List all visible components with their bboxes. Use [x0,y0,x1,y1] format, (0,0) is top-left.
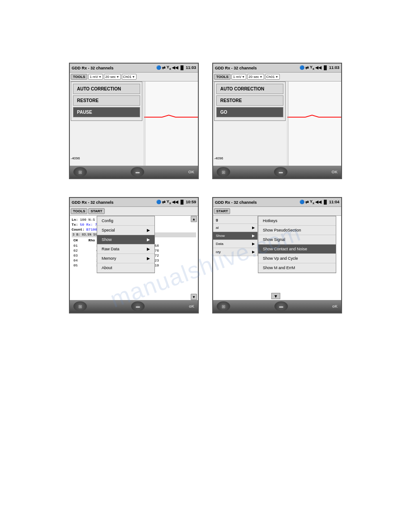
svg-line-1 [162,115,169,117]
status-right-tl: 🔵 ⇄ Yx ◀◀ ▐▌ 11:03 [156,65,196,71]
start-btn-br[interactable]: START [214,208,230,214]
show-contact-noise-item[interactable]: Show Contact and Noise [258,245,336,254]
mv-dropdown-tl[interactable]: 1 mV ▼ [88,74,103,80]
config-dropdown-bl: Config Special ▶ Show ▶ Raw Data ▶ Memo [97,216,155,273]
svg-line-6 [305,115,312,117]
toolbar-tr: TOOLS 1 mV ▼ 20 sec ▼ Ch01 ▼ [213,73,341,82]
raw-data-menu-item[interactable]: Raw Data ▶ [97,245,154,254]
bottom-bar-br: ⊞ ▬ oK [213,300,341,313]
ch-arrow-tr: ▼ [275,75,278,78]
ch-dropdown-tl[interactable]: Ch01 ▼ [122,74,137,80]
tools-btn-tl[interactable]: TOOLS [71,74,87,80]
battery-icon-bl: ▐▌ [179,200,185,204]
go-btn-tr[interactable]: GO [216,107,283,117]
status-bar-br: GDD Rx - 32 channels 🔵 ⇄ Yx ◀◀ ▐▌ 11:04 [213,198,341,207]
toolbar-tl: TOOLS 1 mV ▼ 20 sec ▼ Ch01 ▼ [70,73,198,82]
ch-dropdown-tr[interactable]: Ch01 ▼ [265,74,280,80]
sec-dropdown-tr[interactable]: 20 sec ▼ [247,74,264,80]
bg-menu-label-br: g [213,216,257,224]
ch-header-bl: CH [73,238,78,242]
about-menu-item[interactable]: About [97,263,154,273]
start-btn-bl[interactable]: START [88,208,104,214]
status-bar-tr: GDD Rx - 32 channels 🔵 ⇄ Yx ◀◀ ▐▌ 11:03 [213,64,341,73]
tools-btn-tr[interactable]: TOOLS [214,74,231,80]
ok-btn-bl[interactable]: oK [189,304,194,309]
show-menu-item[interactable]: Show ▶ [97,235,154,245]
bg-ory-br: ory▶ [213,248,257,256]
scroll-down-bl[interactable]: ▼ [191,294,197,300]
windows-btn-tl[interactable]: ⊞ [73,167,87,177]
ok-btn-br[interactable]: oK [332,304,338,309]
windows-btn-tr[interactable]: ⊞ [217,167,230,177]
ok-btn-tl[interactable]: OK [188,170,195,174]
signal-icon: Yx [167,65,171,71]
content-tr: AUTO CORRECTION RESTORE GO O- [213,82,341,166]
show-signal-item[interactable]: Show Signal [258,235,336,245]
signal-icon-br: Yx [310,199,314,205]
mv-dropdown-tr[interactable]: 1 mV ▼ [231,74,246,80]
auto-correction-btn-tr[interactable]: AUTO CORRECTION [216,84,283,94]
vol-icon-bl: ◀◀ [172,200,178,204]
sec-arrow-tl: ▼ [116,75,120,78]
pause-btn-tl[interactable]: PAUSE [73,107,140,117]
menu-icon-tl: ▬ [136,170,140,174]
time-tr: 11:03 [329,65,339,70]
top-left-device: GDD Rx - 32 channels 🔵 ⇄ Yx ◀◀ ▐▌ 11:03 … [69,63,199,179]
show-vp-cycle-item[interactable]: Show Vp and Cycle [258,254,336,263]
menu-icon-bl: ▬ [136,304,140,309]
show-m-errm-item[interactable]: Show M and ErrM [258,263,336,273]
mv-arrow-tr: ▼ [242,75,245,78]
battery-icon-tr: ▐▌ [322,65,328,70]
count-label-bl: Count: [72,227,85,232]
title-br: GDD Rx - 32 channels [215,200,257,205]
ln-value-bl: 100 N-S [80,217,95,222]
scroll-up-bl[interactable]: ▲ [191,216,197,222]
config-menu-item[interactable]: Config [97,216,154,226]
tools-btn-bl[interactable]: TOOLS [71,208,87,214]
special-menu-item[interactable]: Special ▶ [97,226,154,235]
svg-line-7 [312,115,319,117]
sec-dropdown-tl[interactable]: 20 sec ▼ [104,74,121,80]
menu-btn-bl[interactable]: ▬ [131,301,145,311]
graph-area-tl [144,82,198,166]
battery-icon: ▐▌ [179,65,185,70]
sync-icon: ⇄ [162,65,166,70]
memory-menu-item[interactable]: Memory ▶ [97,254,154,263]
status-bar-bl: GDD Rx - 32 channels 🔵 ⇄ Yx ◀◀ ▐▌ 10:59 [70,198,198,207]
tx-label-bl: Tx: [72,222,78,227]
restore-btn-tr[interactable]: RESTORE [216,95,283,106]
vol-icon-tr: ◀◀ [315,65,321,70]
bg-menu-br: g al▶ Show▶ Data▶ ory▶ [213,216,258,256]
ch-arrow-tl: ▼ [132,75,135,78]
time-tl: 11:03 [186,65,196,70]
windows-icon-bl: ⊞ [78,304,82,309]
bg-rawdata-br: Data▶ [213,240,257,248]
toolbar-br: START [213,207,341,216]
show-pseudosection-item[interactable]: Show PseudoSection [258,226,336,235]
bg-special-br: al▶ [213,224,257,232]
bt-icon: 🔵 [156,65,161,70]
ok-btn-tr[interactable]: OK [332,170,338,174]
scroll-down-br[interactable]: ▼ [271,293,280,299]
menu-btn-br[interactable]: ▬ [274,301,288,311]
content-bl: Ln: 100 N-S Tx: 50 Rx: 75 Count: B7100 3… [70,216,198,300]
title-tl: GDD Rx - 32 channels [72,66,114,70]
show-submenu-br: Hotkeys Show PseudoSection Show Signal S… [258,216,336,273]
windows-btn-bl[interactable]: ⊞ [73,301,87,311]
status-bar-tl: GDD Rx - 32 channels 🔵 ⇄ Yx ◀◀ ▐▌ 11:03 [70,64,198,73]
auto-correction-btn-tl[interactable]: AUTO CORRECTION [73,84,140,94]
bottom-bar-tl: ⊞ ▬ OK [70,166,198,178]
restore-btn-tl[interactable]: RESTORE [73,95,140,106]
hotkeys-item[interactable]: Hotkeys [258,216,336,226]
windows-btn-br[interactable]: ⊞ [217,301,230,311]
bg-show-br: Show▶ [213,232,257,240]
menu-btn-tr[interactable]: ▬ [274,167,287,177]
bottom-bar-bl: ⊞ ▬ oK [70,300,198,313]
signal-icon-bl: Yx [167,199,171,205]
mv-arrow-tl: ▼ [98,75,102,78]
bt-icon-bl: 🔵 [156,200,161,204]
ln-label-bl: Ln: [72,217,78,222]
bottom-value-tl: -4096 [71,156,80,160]
menu-btn-tl[interactable]: ▬ [131,167,144,177]
bottom-bar-tr: ⊞ ▬ OK [213,166,341,178]
